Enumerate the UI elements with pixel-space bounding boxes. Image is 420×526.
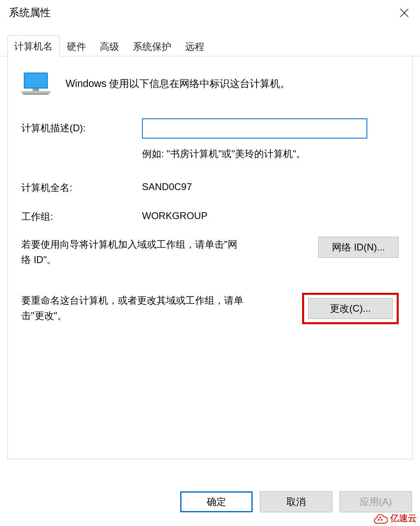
svg-point-7 [378, 519, 380, 521]
change-text: 要重命名这台计算机，或者更改其域或工作组，请单击"更改"。 [21, 293, 247, 324]
description-row: 计算机描述(D): [21, 118, 399, 139]
tab-advanced[interactable]: 高级 [93, 36, 126, 56]
description-label: 计算机描述(D): [21, 118, 142, 135]
svg-rect-4 [21, 91, 50, 93]
tab-system-protection[interactable]: 系统保护 [126, 36, 178, 56]
tab-remote[interactable]: 远程 [179, 36, 211, 56]
description-example: 例如: "书房计算机"或"美玲的计算机"。 [142, 147, 399, 160]
workgroup-label: 工作组: [21, 207, 142, 223]
watermark-text: 亿速云 [390, 512, 417, 524]
change-block: 要重命名这台计算机，或者更改其域或工作组，请单击"更改"。 更改(C)... [21, 293, 399, 324]
dialog-footer: 确定 取消 应用(A) [180, 491, 412, 512]
ok-button[interactable]: 确定 [180, 491, 253, 512]
change-button[interactable]: 更改(C)... [308, 298, 393, 319]
intro-row: Windows 使用以下信息在网络中标识这台计算机。 [21, 72, 399, 96]
full-name-label: 计算机全名: [21, 178, 142, 194]
watermark: 亿速云 [373, 512, 417, 524]
svg-rect-5 [23, 93, 49, 95]
title-bar: 系统属性 [0, 0, 420, 24]
tab-hardware[interactable]: 硬件 [60, 36, 93, 56]
tab-panel: Windows 使用以下信息在网络中标识这台计算机。 计算机描述(D): 例如:… [7, 56, 413, 459]
network-id-button[interactable]: 网络 ID(N)... [318, 237, 399, 258]
close-icon [399, 8, 410, 18]
tab-computer-name[interactable]: 计算机名 [7, 35, 60, 56]
cancel-button[interactable]: 取消 [260, 491, 332, 512]
network-id-text: 若要使用向导将计算机加入域或工作组，请单击"网络 ID"。 [21, 237, 247, 268]
description-input[interactable] [142, 118, 367, 139]
svg-point-9 [379, 517, 381, 519]
workgroup-row: 工作组: WORKGROUP [21, 207, 399, 223]
cloud-icon [373, 512, 388, 524]
apply-button[interactable]: 应用(A) [340, 491, 412, 512]
tab-strip: 计算机名 硬件 高级 系统保护 远程 [0, 35, 420, 56]
intro-text: Windows 使用以下信息在网络中标识这台计算机。 [66, 76, 290, 91]
window-title: 系统属性 [9, 6, 51, 20]
computer-icon [21, 72, 50, 96]
svg-rect-3 [25, 74, 47, 87]
network-id-block: 若要使用向导将计算机加入域或工作组，请单击"网络 ID"。 网络 ID(N)..… [21, 237, 399, 268]
svg-rect-6 [33, 89, 39, 91]
close-button[interactable] [397, 6, 411, 20]
full-name-row: 计算机全名: SAND0C97 [21, 178, 399, 194]
workgroup-value: WORKGROUP [142, 207, 208, 223]
change-highlight: 更改(C)... [302, 293, 399, 324]
svg-point-8 [381, 519, 383, 521]
full-name-value: SAND0C97 [142, 178, 192, 194]
